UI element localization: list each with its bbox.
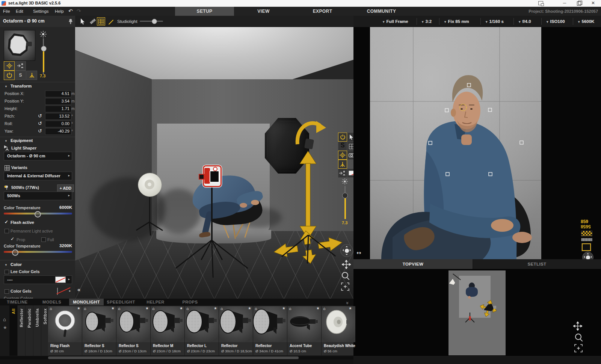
favorite-star-icon[interactable] xyxy=(145,306,149,310)
home-icon[interactable] xyxy=(255,307,257,311)
equipment-card[interactable]: Reflector Ø 34cm / D 41cm xyxy=(253,306,287,355)
color-gels-checkbox[interactable] xyxy=(5,289,9,294)
height-gizmo-arrow[interactable] xyxy=(300,151,316,239)
measure-tool-icon[interactable] xyxy=(89,17,97,26)
fit-frame-icon[interactable] xyxy=(341,282,349,291)
equipment-card[interactable]: Reflector Ø 30cm / D 18,5cm xyxy=(219,306,253,355)
color-gel-arrow-icon[interactable]: ▸ xyxy=(69,289,71,293)
topview-panel[interactable] xyxy=(353,269,601,355)
home-icon[interactable] xyxy=(118,307,120,311)
lens-dropdown[interactable]: Fix 85 mm xyxy=(444,16,469,27)
stand-button[interactable] xyxy=(338,160,347,169)
home-icon[interactable] xyxy=(289,307,291,311)
stand-button[interactable] xyxy=(26,71,37,80)
permanent-light-label[interactable]: Permanent Light active xyxy=(11,229,53,233)
scene-camera-icon[interactable] xyxy=(203,165,222,187)
favorite-star-icon[interactable] xyxy=(180,306,183,310)
grid-tool-icon[interactable] xyxy=(97,17,105,26)
pan-preview-icon[interactable] xyxy=(356,249,361,256)
favorite-star-icon[interactable] xyxy=(248,306,251,310)
tab-topview[interactable]: TOPVIEW xyxy=(353,259,473,269)
aspect-dropdown[interactable]: 3:2 xyxy=(422,16,432,27)
select-cursor-icon[interactable] xyxy=(79,17,87,26)
tab-community[interactable]: COMMUNITY xyxy=(352,7,411,16)
restore-button[interactable] xyxy=(573,0,584,6)
tab-setlist[interactable]: SETLIST xyxy=(473,259,601,269)
equipment-card[interactable]: Reflector L Ø 23cm / D 23cm xyxy=(185,306,219,355)
menu-settings[interactable]: Settings xyxy=(31,7,51,16)
category-all[interactable]: All xyxy=(9,305,17,356)
yaw-field[interactable]: -40.29 xyxy=(45,128,71,135)
close-button[interactable]: ✕ xyxy=(587,0,599,6)
flash-active-label[interactable]: Flash active xyxy=(11,220,34,225)
category-reflector[interactable]: Reflector xyxy=(18,305,25,356)
reset-pitch-icon[interactable] xyxy=(38,113,42,119)
permanent-temp-slider[interactable] xyxy=(4,251,72,253)
category-umbrella[interactable]: Umbrella xyxy=(33,305,41,356)
equipment-header[interactable]: ▼Equipment xyxy=(5,138,33,143)
tab-monolight[interactable]: MONOLIGHT xyxy=(69,299,104,305)
height-field[interactable]: 1.71 xyxy=(45,106,71,112)
home-filter-icon[interactable] xyxy=(3,317,6,322)
variants-dropdown[interactable]: Internal & External Diffuser xyxy=(4,172,72,180)
menu-edit[interactable]: Edit xyxy=(14,7,26,16)
library-scrollbar-thumb[interactable] xyxy=(48,356,299,359)
equipment-card[interactable]: Reflector S Ø 23cm / D 13cm xyxy=(116,306,150,355)
power-button[interactable] xyxy=(4,71,15,80)
crop-frame-icon[interactable] xyxy=(582,243,591,251)
add-light-button[interactable]: + ADD xyxy=(57,184,74,192)
undo-icon[interactable]: ↶ xyxy=(68,8,73,14)
permanent-light-checkbox[interactable] xyxy=(5,229,9,233)
tab-setup[interactable]: SETUP xyxy=(175,7,234,16)
viewport-3d[interactable] xyxy=(75,27,353,299)
menu-file[interactable]: File xyxy=(1,7,12,16)
home-icon[interactable] xyxy=(220,307,223,311)
fit-frame-icon[interactable] xyxy=(574,344,583,352)
tab-helper[interactable]: HELPER xyxy=(138,299,173,305)
studiolight-slider[interactable] xyxy=(140,21,163,22)
zoom-icon[interactable] xyxy=(575,334,581,340)
studiolight-slider-knob[interactable] xyxy=(152,19,157,24)
favorite-star-icon[interactable] xyxy=(316,306,320,310)
flash-temp-knob[interactable] xyxy=(35,211,41,217)
roll-field[interactable]: 0.00 xyxy=(45,121,71,127)
home-icon[interactable] xyxy=(323,307,325,311)
home-icon[interactable] xyxy=(50,307,52,311)
color-header[interactable]: ▼Color xyxy=(5,262,22,267)
light-shaper-dropdown[interactable]: Octaform - Ø 90 cm xyxy=(4,152,72,160)
reset-roll-icon[interactable] xyxy=(38,121,42,126)
target-light-button[interactable] xyxy=(4,61,15,71)
equipment-card[interactable]: Reflector M Ø 23cm / D 18cm xyxy=(151,306,184,355)
prop-check-icon[interactable] xyxy=(11,236,14,242)
rotate-gizmo-arrow[interactable] xyxy=(293,116,326,150)
intensity-slider-knob[interactable] xyxy=(342,193,348,198)
lee-gels-dropdown[interactable]: ---- xyxy=(4,275,72,284)
equipment-card[interactable]: Reflector S Ø 18cm / D 13cm xyxy=(82,306,116,355)
point-at-model-button[interactable] xyxy=(15,61,26,71)
position-x-field[interactable]: 4.51 xyxy=(45,91,71,97)
permanent-temp-knob[interactable] xyxy=(12,249,18,256)
position-y-field[interactable]: 3.54 xyxy=(45,98,71,105)
lee-gels-label[interactable]: Lee Color Gels xyxy=(11,269,40,274)
category-softbox[interactable]: Softbox xyxy=(41,305,49,356)
target-light-button[interactable] xyxy=(338,151,347,160)
power-dropdown[interactable]: 500Ws xyxy=(4,192,72,200)
equipment-card[interactable]: Accent Tube Ø 10,5 cm xyxy=(287,306,321,355)
prop-label[interactable]: Prop xyxy=(17,237,25,242)
full-label[interactable]: Full xyxy=(47,237,54,242)
color-gels-label[interactable]: Color Gels xyxy=(11,289,32,293)
redo-icon[interactable]: ↷ xyxy=(77,8,81,14)
favorite-star-icon[interactable] xyxy=(282,306,285,310)
intensity-slider-knob[interactable] xyxy=(41,46,47,51)
solo-button[interactable]: S xyxy=(15,71,26,80)
menu-help[interactable]: Help xyxy=(53,7,66,16)
pin-icon[interactable] xyxy=(68,18,73,24)
home-icon[interactable] xyxy=(152,307,154,311)
equipment-card[interactable]: Beautydish White Ø 56 cm xyxy=(322,306,353,355)
share-window-icon[interactable] xyxy=(535,0,547,6)
tab-speedlight[interactable]: SPEEDLIGHT xyxy=(104,299,138,305)
favorite-star-icon[interactable] xyxy=(214,306,217,310)
orbit-joystick[interactable] xyxy=(340,244,353,257)
equipment-card[interactable]: Ring Flash Ø 30 cm xyxy=(48,306,82,355)
camera-preview[interactable] xyxy=(353,27,601,259)
